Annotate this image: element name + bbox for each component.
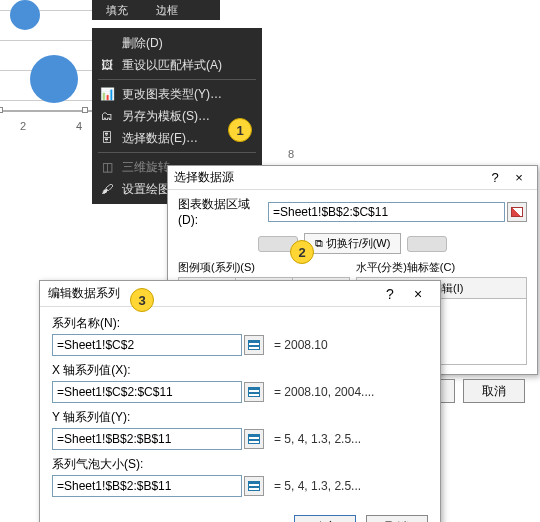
- y-values-label: Y 轴系列值(Y):: [52, 409, 428, 426]
- menu-change-chart-type[interactable]: 📊 更改图表类型(Y)…: [92, 83, 262, 105]
- chart-range-input[interactable]: =Sheet1!$B$2:$C$11: [268, 202, 505, 222]
- menu-reset-style[interactable]: 🖼 重设以匹配样式(A): [92, 54, 262, 76]
- range-picker-button[interactable]: [507, 202, 527, 222]
- help-button[interactable]: ?: [483, 170, 507, 185]
- format-icon: 🖌: [98, 181, 116, 197]
- range-picker-button[interactable]: [244, 382, 264, 402]
- bubble-point: [30, 55, 78, 103]
- menu-label: 三维旋转: [122, 159, 170, 176]
- series-name-label: 系列名称(N):: [52, 315, 428, 332]
- dialog-titlebar: 选择数据源 ? ×: [168, 166, 537, 190]
- menu-label: 选择数据(E)…: [122, 130, 198, 147]
- menu-label: 另存为模板(S)…: [122, 108, 210, 125]
- chart-icon: 📊: [98, 86, 116, 102]
- menu-label: 更改图表类型(Y)…: [122, 86, 222, 103]
- selection-handle[interactable]: [0, 107, 3, 113]
- close-button[interactable]: ×: [507, 170, 531, 185]
- menu-separator: [98, 79, 256, 80]
- chart-range-label: 图表数据区域(D):: [178, 196, 268, 227]
- selection-handle[interactable]: [82, 107, 88, 113]
- cancel-button[interactable]: 取消: [366, 515, 428, 522]
- reset-icon: 🖼: [98, 57, 116, 73]
- range-picker-button[interactable]: [244, 429, 264, 449]
- legend-series-header: 图例项(系列)(S): [178, 258, 350, 277]
- axis-tick: 2: [20, 120, 26, 132]
- select-data-icon: 🗄: [98, 130, 116, 146]
- border-label[interactable]: 边框: [142, 3, 192, 18]
- series-name-result: = 2008.10: [274, 338, 328, 352]
- y-values-result: = 5, 4, 1.3, 2.5...: [274, 432, 361, 446]
- delete-icon: [98, 35, 116, 51]
- help-button[interactable]: ?: [376, 286, 404, 302]
- save-template-icon: 🗂: [98, 108, 116, 124]
- range-picker-button[interactable]: [244, 335, 264, 355]
- menu-label: 重设以匹配样式(A): [122, 57, 222, 74]
- x-values-label: X 轴系列值(X):: [52, 362, 428, 379]
- fill-label[interactable]: 填充: [92, 3, 142, 18]
- y-values-input[interactable]: =Sheet1!$B$2:$B$11: [52, 428, 242, 450]
- menu-separator: [98, 152, 256, 153]
- dialog-title: 编辑数据系列: [48, 285, 376, 302]
- dialog-title: 选择数据源: [174, 169, 483, 186]
- axis-tick: 8: [288, 148, 294, 160]
- rotate-icon: ◫: [98, 159, 116, 175]
- x-values-input[interactable]: =Sheet1!$C$2:$C$11: [52, 381, 242, 403]
- callout-3: 3: [130, 288, 154, 312]
- bubble-size-result: = 5, 4, 1.3, 2.5...: [274, 479, 361, 493]
- cancel-button[interactable]: 取消: [463, 379, 525, 403]
- menu-label: 删除(D): [122, 35, 163, 52]
- close-button[interactable]: ×: [404, 286, 432, 302]
- axis-tick: 4: [76, 120, 82, 132]
- axis-labels-header: 水平(分类)轴标签(C): [356, 258, 528, 277]
- ok-button[interactable]: 确定: [294, 515, 356, 522]
- series-name-input[interactable]: =Sheet1!$C$2: [52, 334, 242, 356]
- bubble-size-label: 系列气泡大小(S):: [52, 456, 428, 473]
- callout-1: 1: [228, 118, 252, 142]
- arrow-icon: [407, 236, 447, 252]
- range-picker-button[interactable]: [244, 476, 264, 496]
- dialog-titlebar: 编辑数据系列 ? ×: [40, 281, 440, 307]
- edit-series-dialog: 编辑数据系列 ? × 系列名称(N): =Sheet1!$C$2 = 2008.…: [39, 280, 441, 522]
- x-values-result: = 2008.10, 2004....: [274, 385, 374, 399]
- bubble-size-input[interactable]: =Sheet1!$B$2:$B$11: [52, 475, 242, 497]
- callout-2: 2: [290, 240, 314, 264]
- switch-row-col-button[interactable]: ⧉ 切换行/列(W): [304, 233, 402, 254]
- context-format-strip[interactable]: 填充 边框: [92, 0, 220, 20]
- bubble-point: [10, 0, 40, 30]
- menu-delete[interactable]: 删除(D): [92, 32, 262, 54]
